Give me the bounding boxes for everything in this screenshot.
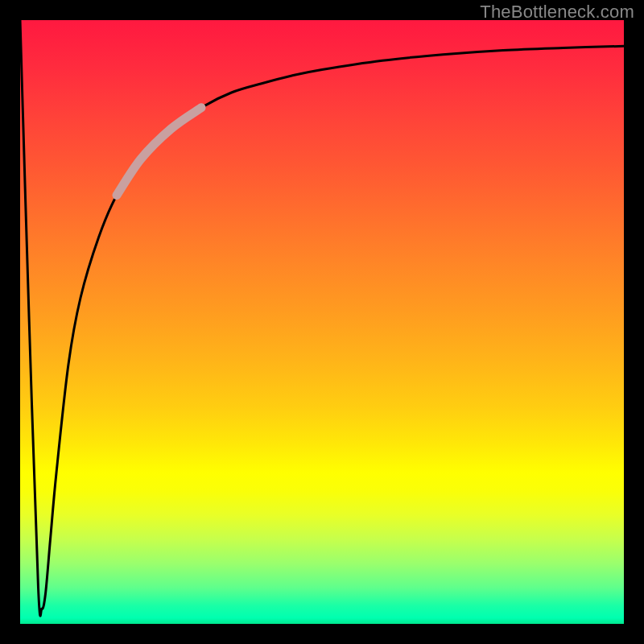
plot-area — [20, 20, 624, 624]
curve-layer — [20, 20, 624, 624]
chart-frame: TheBottleneck.com — [0, 0, 644, 644]
curve-highlight — [117, 108, 201, 196]
bottleneck-curve — [20, 20, 624, 616]
watermark-text: TheBottleneck.com — [480, 2, 634, 23]
